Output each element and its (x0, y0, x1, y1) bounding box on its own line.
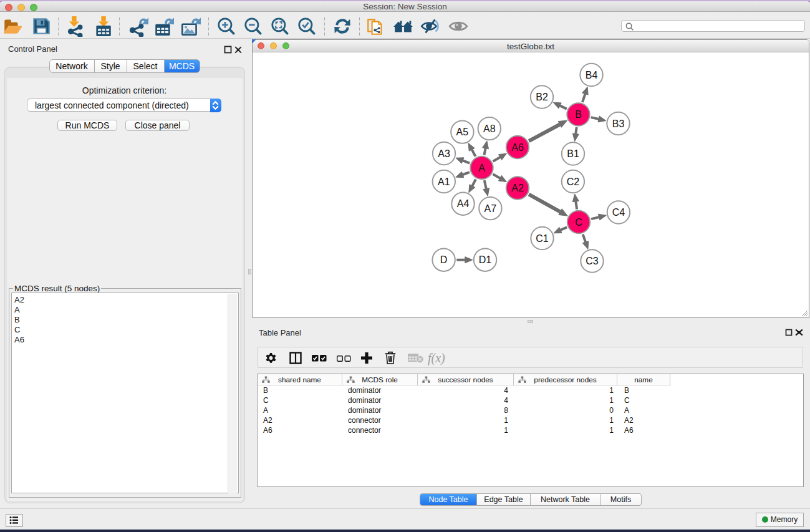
svg-text:A7: A7 (485, 203, 497, 214)
svg-text:A1: A1 (438, 177, 450, 187)
svg-text:C1: C1 (536, 233, 549, 244)
svg-text:D1: D1 (479, 254, 492, 265)
svg-text:B2: B2 (536, 92, 548, 102)
svg-text:A3: A3 (438, 148, 450, 159)
svg-text:C2: C2 (567, 177, 580, 187)
svg-text:C3: C3 (586, 256, 599, 266)
svg-text:B4: B4 (586, 70, 598, 80)
svg-text:C4: C4 (612, 207, 625, 218)
svg-text:A5: A5 (456, 127, 469, 137)
svg-text:A8: A8 (483, 123, 496, 134)
svg-text:C: C (575, 217, 582, 228)
svg-text:B: B (575, 109, 582, 120)
svg-text:A2: A2 (511, 183, 524, 193)
svg-text:A4: A4 (457, 198, 470, 209)
svg-text:D: D (440, 254, 448, 265)
svg-text:A: A (478, 163, 485, 173)
svg-text:B3: B3 (612, 118, 625, 129)
svg-text:A6: A6 (511, 142, 524, 153)
svg-text:B1: B1 (567, 148, 579, 159)
